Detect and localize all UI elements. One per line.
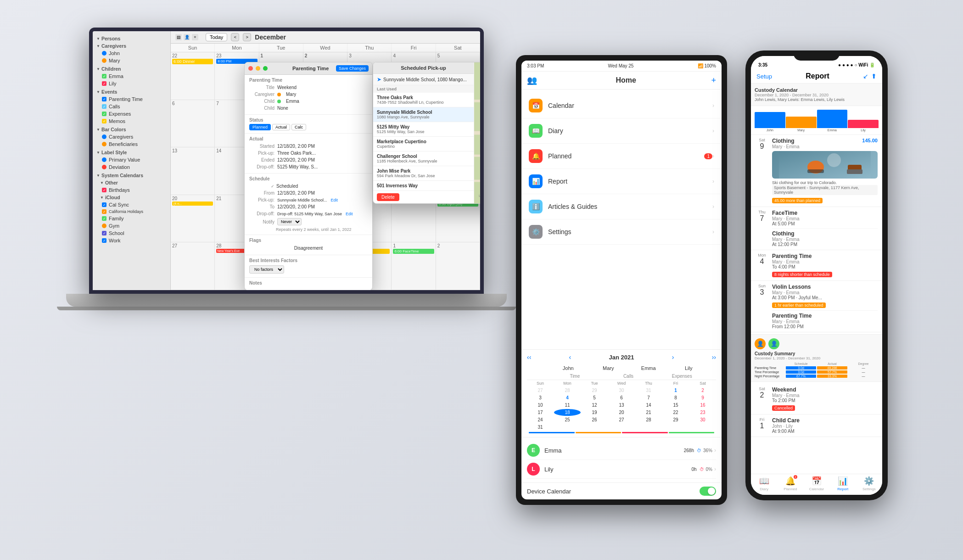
cal-day[interactable]: 7: [635, 394, 662, 401]
ipad-nav-item-articles[interactable]: ℹ️ Articles & Guides ›: [521, 194, 722, 219]
cal-cell[interactable]: 1 6:00 FaceTime: [392, 242, 436, 290]
people-icon[interactable]: 👥: [527, 75, 537, 85]
sidebar-item-caregivers-bar[interactable]: Caregivers: [93, 133, 170, 140]
sidebar-item-work[interactable]: ✓ Work: [93, 237, 170, 244]
cal-cell[interactable]: 226:00 Dinner: [171, 52, 215, 100]
ipad-add-button[interactable]: +: [711, 76, 716, 85]
cal-day[interactable]: 27: [527, 387, 554, 394]
cal-day[interactable]: 20: [608, 409, 635, 416]
cal-day[interactable]: 13: [608, 402, 635, 409]
cal-day[interactable]: 29: [662, 416, 689, 423]
pickup-search-input[interactable]: [383, 77, 470, 82]
cal-cell[interactable]: 2: [436, 242, 480, 290]
tab-diary[interactable]: 📖 Diary: [751, 476, 777, 491]
cal-day-today[interactable]: 18: [554, 409, 581, 416]
sidebar-item-cal-sync[interactable]: ✓ Cal Sync: [93, 201, 170, 208]
cal-day[interactable]: 27: [608, 416, 635, 423]
ipad-nav-item-diary[interactable]: 📖 Diary ›: [521, 118, 722, 144]
mini-cal-prev[interactable]: ‹‹: [527, 353, 531, 361]
sidebar-header-bar-colors[interactable]: ▼ Bar Colors: [93, 126, 170, 133]
cal-day[interactable]: 21: [635, 409, 662, 416]
add-person-icon[interactable]: 👤: [184, 34, 190, 40]
sidebar-item-primary-value[interactable]: Primary Value: [93, 156, 170, 163]
ipad-nav-item-calendar[interactable]: 📅 Calendar ›: [521, 93, 722, 118]
cal-day[interactable]: 24: [527, 416, 554, 423]
sidebar-item-gym[interactable]: Gym: [93, 222, 170, 230]
cal-day[interactable]: 1: [662, 387, 689, 394]
today-button[interactable]: Today: [206, 33, 227, 41]
cal-day[interactable]: 14: [635, 402, 662, 409]
add-event-icon[interactable]: +: [192, 34, 198, 40]
notify-select[interactable]: Never: [277, 218, 302, 225]
sidebar-header-persons[interactable]: ▼ Persons: [93, 35, 170, 42]
prev-month-button[interactable]: <: [231, 33, 239, 41]
sidebar-item-lily[interactable]: ✓ Lily: [93, 80, 170, 87]
cal-day[interactable]: 22: [662, 409, 689, 416]
actual-tab[interactable]: Actual: [272, 124, 290, 130]
sidebar-item-beneficiaries[interactable]: Beneficiaries: [93, 140, 170, 148]
cal-day[interactable]: 4: [554, 394, 581, 401]
sidebar-header-other[interactable]: ▼ Other: [93, 179, 170, 186]
cal-day[interactable]: 11: [554, 402, 581, 409]
cal-day[interactable]: 29: [581, 387, 608, 394]
cal-day[interactable]: 12: [581, 402, 608, 409]
no-factors-select[interactable]: No factors: [249, 265, 284, 274]
sidebar-header-label-style[interactable]: ▼ Label Style: [93, 149, 170, 156]
cal-day[interactable]: 15: [662, 402, 689, 409]
tab-calendar[interactable]: 📅 Calendar: [803, 476, 829, 491]
sidebar-item-family[interactable]: ✓ Family: [93, 215, 170, 222]
sidebar-item-ca-holidays[interactable]: ✓ California Holidays: [93, 208, 170, 215]
sidebar-item-memos[interactable]: ✓ Memos: [93, 118, 170, 125]
cal-day[interactable]: 2: [689, 387, 716, 394]
person-row-lily[interactable]: L Lily 0h ⏱ 0% ›: [527, 460, 716, 479]
cal-day[interactable]: 26: [581, 416, 608, 423]
cal-day[interactable]: 5: [581, 394, 608, 401]
cal-cell[interactable]: 20 (4 n...: [171, 195, 215, 243]
cal-day[interactable]: 25: [554, 416, 581, 423]
mini-cal-next2[interactable]: ››: [712, 353, 716, 361]
sidebar-header-events[interactable]: ▼ Events: [93, 88, 170, 95]
mini-cal-next[interactable]: ›: [672, 353, 674, 361]
sidebar-header-children[interactable]: ▼ Children: [93, 65, 170, 73]
location-item-mitty[interactable]: 5125 Mitty Way 5125 Mitty Way, San Jose: [373, 122, 474, 137]
device-calendar-toggle[interactable]: [700, 487, 716, 496]
share-icon[interactable]: ⬆: [871, 73, 877, 80]
next-month-button[interactable]: >: [243, 33, 251, 41]
person-row-emma[interactable]: E Emma 268h ⏱ 36% ›: [527, 441, 716, 460]
cal-day[interactable]: 30: [689, 416, 716, 423]
sidebar-item-deviation[interactable]: Deviation: [93, 163, 170, 171]
cal-day[interactable]: 3: [527, 394, 554, 401]
cal-day[interactable]: 31: [527, 424, 554, 431]
sidebar-item-parenting-time[interactable]: ✓ Parenting Time: [93, 95, 170, 103]
sidebar-item-expenses[interactable]: ✓ Expenses: [93, 110, 170, 118]
planned-tab[interactable]: Planned: [249, 124, 271, 130]
sidebar-toggle-icon[interactable]: ▤: [175, 34, 182, 40]
ipad-nav-item-report[interactable]: 📊 Report ›: [521, 169, 722, 194]
sidebar-item-emma[interactable]: ✓ Emma: [93, 73, 170, 80]
sidebar-header-icloud[interactable]: ▼ iCloud: [93, 194, 170, 201]
cal-cell[interactable]: 27: [171, 242, 215, 290]
maximize-button[interactable]: [263, 66, 268, 71]
cal-day[interactable]: 9: [689, 394, 716, 401]
cal-day[interactable]: 16: [689, 402, 716, 409]
tab-planned[interactable]: 🔔 2 Planned: [777, 476, 803, 491]
location-item-marketplace[interactable]: Marketplace Cupertino Cupertino: [373, 137, 474, 151]
cal-day[interactable]: 23: [689, 409, 716, 416]
sidebar-header-caregivers[interactable]: ▼ Caregivers: [93, 42, 170, 50]
download-icon[interactable]: ↙: [863, 73, 868, 80]
edit-dropoff-btn[interactable]: Edit: [346, 212, 353, 216]
location-item-inverness[interactable]: 501 Inverness Way: [373, 181, 474, 191]
delete-location-button[interactable]: Delete: [377, 193, 399, 201]
setup-button[interactable]: Setup: [756, 73, 772, 80]
cal-day[interactable]: 28: [554, 387, 581, 394]
cal-day[interactable]: 19: [581, 409, 608, 416]
minimize-button[interactable]: [256, 66, 260, 71]
cal-day[interactable]: 28: [635, 416, 662, 423]
edit-pickup-btn[interactable]: Edit: [331, 198, 338, 202]
cal-day[interactable]: 6: [608, 394, 635, 401]
save-changes-button[interactable]: Save Changes: [336, 65, 369, 72]
ipad-nav-item-settings[interactable]: ⚙️ Settings ›: [521, 219, 722, 245]
location-item-three-oaks[interactable]: Three Oaks Park 7438-7552 Shadowhill Ln,…: [373, 93, 474, 107]
mini-cal-prev2[interactable]: ‹: [569, 353, 571, 361]
sidebar-item-birthdays[interactable]: ✓ Birthdays: [93, 186, 170, 194]
